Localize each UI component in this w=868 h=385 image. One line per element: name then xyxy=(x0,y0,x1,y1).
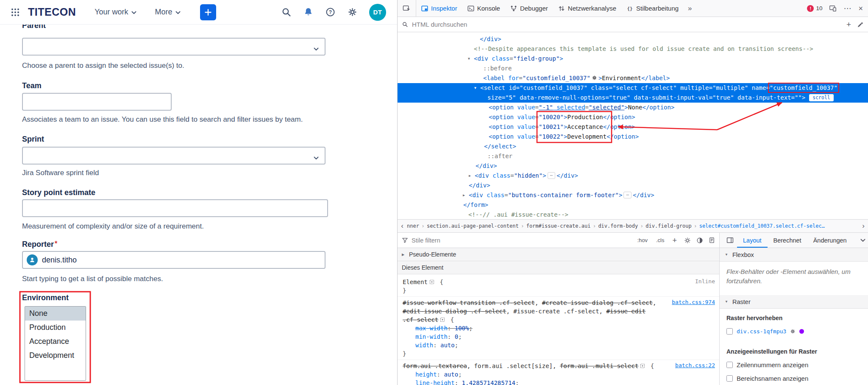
help-icon[interactable]: ? xyxy=(325,7,336,17)
reporter-field[interactable]: denis.titho xyxy=(22,251,326,269)
parent-select[interactable] xyxy=(22,38,326,56)
markup-line[interactable]: <option value="10020">Production</option… xyxy=(398,112,868,122)
grid-setting-row[interactable]: Bereichsnamen anzeigen xyxy=(726,375,861,382)
environment-option[interactable]: None xyxy=(25,307,86,321)
create-button[interactable] xyxy=(200,4,216,20)
responsive-mode-icon[interactable] xyxy=(829,5,837,12)
expand-twisty-icon[interactable] xyxy=(463,190,468,200)
markup-line[interactable]: </div> xyxy=(398,181,868,190)
markup-line[interactable]: <label for="customfield_10037">Environme… xyxy=(398,73,868,83)
node-picker-icon[interactable] xyxy=(398,0,416,17)
environment-option[interactable]: Development xyxy=(25,349,86,363)
css-declaration[interactable]: height: auto; xyxy=(403,370,714,379)
environment-option[interactable]: Production xyxy=(25,321,86,335)
markup-line[interactable]: </select> xyxy=(398,142,868,151)
selector-target-icon[interactable] xyxy=(640,363,645,368)
nav-item-your-work[interactable]: Your work xyxy=(95,8,136,17)
contrast-icon[interactable] xyxy=(696,237,703,244)
toggle-pseudo-hover-button[interactable]: :hov xyxy=(634,236,650,244)
scroll-badge[interactable]: scroll xyxy=(809,94,834,101)
collapse-twisty-icon[interactable] xyxy=(474,83,480,93)
grid-setting-row[interactable]: Zeilennummern anzeigen xyxy=(726,361,861,368)
sun-icon[interactable] xyxy=(684,237,691,244)
inline-expander-icon[interactable]: ⋯ xyxy=(623,192,632,198)
team-input[interactable] xyxy=(22,93,172,111)
breadcrumb-item[interactable]: section.aui-page-panel-content xyxy=(427,223,519,229)
markup-line[interactable]: <!--// .aui #issue-create--> xyxy=(398,210,868,219)
bell-icon[interactable] xyxy=(303,7,314,17)
markup-line[interactable]: <option value="10022">Development</optio… xyxy=(398,132,868,142)
eyedropper-icon[interactable] xyxy=(857,21,864,28)
sprint-select[interactable] xyxy=(22,147,326,165)
styles-filter-input[interactable] xyxy=(412,237,631,244)
markup-line[interactable]: <option value="-1" selected="selected">N… xyxy=(398,103,868,112)
selector-target-icon[interactable] xyxy=(429,279,434,285)
environment-listbox[interactable]: NoneProductionAcceptanceDevelopment xyxy=(25,306,86,381)
gear-icon[interactable] xyxy=(347,7,358,17)
devtools-tab-debugger[interactable]: Debugger xyxy=(505,0,553,17)
markup-line[interactable]: <select id="customfield_10037" class="se… xyxy=(398,83,868,93)
pseudo-elements-header[interactable]: Pseudo-Elemente xyxy=(398,248,719,261)
breadcrumb-item[interactable]: div.field-group xyxy=(645,223,691,229)
css-declaration[interactable]: width: auto; xyxy=(403,341,714,349)
site-logo[interactable]: TITECON xyxy=(28,6,76,18)
markup-search-input[interactable] xyxy=(412,21,843,28)
three-pane-toggle-icon[interactable] xyxy=(723,233,737,248)
user-avatar[interactable]: DT xyxy=(369,4,386,21)
breadcrumb-item[interactable]: select#customfield_10037.select.cf-selec… xyxy=(699,223,825,229)
add-node-icon[interactable]: + xyxy=(846,20,851,28)
flexbox-section-header[interactable]: Flexbox xyxy=(720,248,868,262)
jump-to-node-icon[interactable] xyxy=(790,329,796,334)
markup-line[interactable]: <!--Despite appearances this template is… xyxy=(398,44,868,54)
markup-line[interactable]: <div class="hidden">⋯</div> xyxy=(398,171,868,181)
close-devtools-icon[interactable]: × xyxy=(858,5,863,12)
markup-line[interactable]: </div> xyxy=(398,34,868,44)
meatball-menu-icon[interactable]: ⋯ xyxy=(843,4,851,12)
css-declaration[interactable]: line-height: 1.4285714285714; xyxy=(403,379,714,385)
sidebar-tab-berechnet[interactable]: Berechnet xyxy=(768,233,807,248)
markup-line[interactable]: ::before xyxy=(398,64,868,73)
sidebar-tab-nderungen[interactable]: Änderungen xyxy=(807,233,853,248)
setting-checkbox[interactable] xyxy=(726,362,733,368)
breadcrumb-item[interactable]: div.form-body xyxy=(598,223,638,229)
markup-line[interactable]: <div class="buttons-container form-foote… xyxy=(398,190,868,200)
css-declaration[interactable]: max-width: 100%; xyxy=(403,324,714,332)
add-rule-icon[interactable]: + xyxy=(670,237,679,244)
collapse-twisty-icon[interactable] xyxy=(468,54,473,64)
inline-expander-icon[interactable]: ⋯ xyxy=(548,172,556,179)
print-media-icon[interactable] xyxy=(709,237,715,243)
stylesheet-link[interactable]: batch.css:22 xyxy=(675,362,715,368)
markup-line[interactable]: size="5" data-remove-null-options="true"… xyxy=(398,93,868,103)
expand-twisty-icon[interactable] xyxy=(469,171,474,181)
markup-line[interactable]: <option value="10021">Acceptance</option… xyxy=(398,122,868,132)
setting-checkbox[interactable] xyxy=(726,375,733,382)
grid-section-header[interactable]: Raster xyxy=(720,295,868,309)
search-icon[interactable] xyxy=(281,7,292,17)
markup-line[interactable]: ::after xyxy=(398,151,868,161)
breadcrumb-item[interactable]: form#issue-create.aui xyxy=(526,223,591,229)
breadcrumb-scroll-left-icon[interactable]: ‹ xyxy=(398,222,407,230)
environment-option[interactable]: Acceptance xyxy=(25,335,86,349)
devtools-tab-inspector[interactable]: Inspektor xyxy=(416,0,462,17)
devtools-tab-network[interactable]: Netzwerkanalyse xyxy=(553,0,621,17)
more-tabs-chevron[interactable]: » xyxy=(684,0,696,17)
markup-line[interactable]: </form> xyxy=(398,200,868,210)
story-point-input[interactable] xyxy=(22,199,328,217)
breadcrumb-item[interactable]: nner xyxy=(407,223,419,229)
markup-line[interactable]: <div class="field-group"> xyxy=(398,54,868,64)
error-count-badge[interactable]: !10 xyxy=(807,5,822,12)
stylesheet-link[interactable]: batch.css:974 xyxy=(672,299,715,305)
grid-overlay-checkbox[interactable] xyxy=(726,328,733,335)
app-grid-icon[interactable] xyxy=(10,7,20,17)
css-declaration[interactable]: min-width: 0; xyxy=(403,332,714,341)
all-tabs-chevron-icon[interactable] xyxy=(858,233,868,248)
markup-line[interactable]: </div> xyxy=(398,161,868,171)
breadcrumb-scroll-right-icon[interactable]: › xyxy=(859,222,868,230)
grid-item-selector[interactable]: div.css-1qfmpu3 xyxy=(737,328,786,335)
devtools-tab-console[interactable]: Konsole xyxy=(462,0,505,17)
linked-element-gear-icon[interactable] xyxy=(592,75,597,81)
devtools-tab-styleeditor[interactable]: {}Stilbearbeitung xyxy=(621,0,684,17)
sidebar-tab-layout[interactable]: Layout xyxy=(737,233,768,248)
grid-color-swatch[interactable] xyxy=(799,329,804,334)
nav-item-more[interactable]: More xyxy=(155,8,181,17)
